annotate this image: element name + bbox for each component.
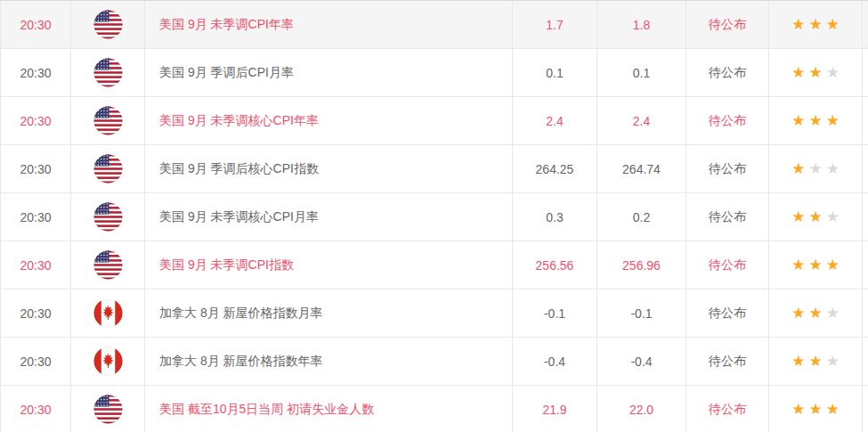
star-icon: ★ xyxy=(808,161,822,176)
event-time: 20:30 xyxy=(0,193,71,240)
flag-slot xyxy=(93,346,123,376)
table-row[interactable]: 20:30 美国 截至10月5日当周 初请失业金人数 21.9 22.0 待公布… xyxy=(0,386,868,432)
event-title: 加拿大 8月 新屋价格指数月率 xyxy=(145,289,513,337)
table-row[interactable]: 20:30 美国 9月 未季调CPI指数 256.56 256.96 待公布 ★… xyxy=(0,241,868,289)
flag-slot xyxy=(93,106,123,135)
country-flag-cell xyxy=(71,49,145,96)
row-filler xyxy=(863,193,868,240)
importance-stars: ★★★ xyxy=(769,241,863,289)
row-filler xyxy=(863,145,868,192)
status-label: 待公布 xyxy=(686,193,769,240)
previous-value: 256.56 xyxy=(513,241,597,289)
status-label: 待公布 xyxy=(686,338,769,385)
previous-value: 264.25 xyxy=(513,145,597,192)
event-title: 加拿大 8月 新屋价格指数年率 xyxy=(145,338,513,385)
economic-calendar-table: 20:30 美国 9月 未季调CPI年率 1.7 1.8 待公布 ★★★ 20:… xyxy=(0,0,868,432)
star-icon: ★ xyxy=(808,65,822,80)
status-label: 待公布 xyxy=(686,49,769,96)
star-icon: ★ xyxy=(791,17,805,32)
row-filler xyxy=(863,338,868,385)
star-icon: ★ xyxy=(791,209,805,224)
table-row[interactable]: 20:30 加拿大 8月 新屋价格指数月率 -0.1 -0.1 待公布 ★★★ xyxy=(0,289,868,338)
importance-stars: ★★★ xyxy=(769,193,863,240)
star-icon: ★ xyxy=(791,306,805,321)
event-time: 20:30 xyxy=(0,145,71,192)
star-icon: ★ xyxy=(826,306,840,321)
star-icon: ★ xyxy=(808,257,822,273)
flag-slot xyxy=(93,10,123,39)
previous-value: -0.4 xyxy=(513,338,597,385)
table-row[interactable]: 20:30 美国 9月 季调后CPI月率 0.1 0.1 待公布 ★★★ xyxy=(0,49,868,97)
star-icon: ★ xyxy=(808,354,822,369)
previous-value: 0.1 xyxy=(513,49,597,96)
event-title: 美国 9月 未季调核心CPI月率 xyxy=(145,193,513,240)
star-icon: ★ xyxy=(808,209,822,224)
importance-stars: ★★★ xyxy=(769,145,863,192)
row-filler xyxy=(863,241,868,289)
star-icon: ★ xyxy=(826,209,840,224)
country-flag-cell xyxy=(71,145,145,192)
star-icon: ★ xyxy=(826,65,840,80)
event-time: 20:30 xyxy=(0,49,71,96)
star-icon: ★ xyxy=(808,17,822,32)
table-row[interactable]: 20:30 美国 9月 未季调核心CPI年率 2.4 2.4 待公布 ★★★ xyxy=(0,97,868,145)
flag-slot xyxy=(93,58,123,87)
us-flag-icon xyxy=(93,395,123,424)
country-flag-cell xyxy=(71,193,145,240)
canada-flag-icon xyxy=(93,346,123,376)
star-icon: ★ xyxy=(808,306,822,321)
event-title: 美国 截至10月5日当周 初请失业金人数 xyxy=(145,386,513,432)
us-flag-icon xyxy=(93,58,123,87)
event-title: 美国 9月 未季调核心CPI年率 xyxy=(145,97,513,144)
event-time: 20:30 xyxy=(0,97,71,144)
row-filler xyxy=(863,1,868,48)
event-title: 美国 9月 季调后核心CPI指数 xyxy=(145,145,513,192)
flag-slot xyxy=(93,250,123,280)
status-label: 待公布 xyxy=(686,241,769,289)
star-icon: ★ xyxy=(791,161,805,176)
forecast-value: -0.4 xyxy=(597,338,686,385)
importance-stars: ★★★ xyxy=(769,49,863,96)
importance-stars: ★★★ xyxy=(769,1,863,48)
event-title: 美国 9月 未季调CPI指数 xyxy=(145,241,513,289)
us-flag-icon xyxy=(93,106,123,135)
row-filler xyxy=(863,97,868,144)
table-row[interactable]: 20:30 美国 9月 季调后核心CPI指数 264.25 264.74 待公布… xyxy=(0,145,868,193)
previous-value: 1.7 xyxy=(513,1,597,48)
event-time: 20:30 xyxy=(0,1,71,48)
star-icon: ★ xyxy=(826,257,840,273)
row-filler xyxy=(863,386,868,432)
forecast-value: 256.96 xyxy=(597,241,686,289)
star-icon: ★ xyxy=(791,257,805,273)
star-icon: ★ xyxy=(791,402,805,417)
star-icon: ★ xyxy=(808,402,822,417)
forecast-value: 22.0 xyxy=(597,386,686,432)
status-label: 待公布 xyxy=(686,386,769,432)
forecast-value: 0.2 xyxy=(597,193,686,240)
importance-stars: ★★★ xyxy=(769,386,863,432)
forecast-value: 0.1 xyxy=(597,49,686,96)
star-icon: ★ xyxy=(791,113,805,128)
previous-value: 0.3 xyxy=(513,193,597,240)
star-icon: ★ xyxy=(826,402,840,417)
previous-value: -0.1 xyxy=(513,289,597,337)
star-icon: ★ xyxy=(791,65,805,80)
star-icon: ★ xyxy=(826,161,840,176)
country-flag-cell xyxy=(71,338,145,385)
row-filler xyxy=(863,49,868,96)
previous-value: 21.9 xyxy=(513,386,597,432)
previous-value: 2.4 xyxy=(513,97,597,144)
star-icon: ★ xyxy=(826,113,840,128)
country-flag-cell xyxy=(71,241,145,289)
country-flag-cell xyxy=(71,1,145,48)
table-row[interactable]: 20:30 美国 9月 未季调核心CPI月率 0.3 0.2 待公布 ★★★ xyxy=(0,193,868,241)
table-row[interactable]: 20:30 美国 9月 未季调CPI年率 1.7 1.8 待公布 ★★★ xyxy=(0,1,868,49)
status-label: 待公布 xyxy=(686,145,769,192)
event-time: 20:30 xyxy=(0,338,71,385)
forecast-value: 264.74 xyxy=(597,145,686,192)
us-flag-icon xyxy=(93,10,123,39)
country-flag-cell xyxy=(71,386,145,432)
us-flag-icon xyxy=(93,154,123,183)
table-row[interactable]: 20:30 加拿大 8月 新屋价格指数年率 -0.4 -0.4 待公布 ★★★ xyxy=(0,338,868,386)
us-flag-icon xyxy=(93,202,123,232)
